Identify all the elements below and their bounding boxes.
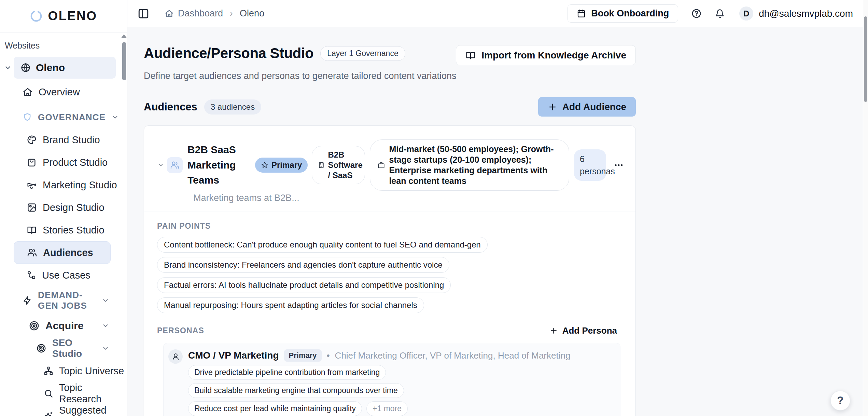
sidebar-item-seo-studio[interactable]: SEO Studio — [0, 337, 127, 360]
help-icon[interactable] — [691, 8, 702, 19]
main-area: Dashboard › Oleno Book Onboarding D dh@s… — [127, 0, 868, 416]
more-goals-chip[interactable]: +1 more — [366, 401, 408, 416]
sidebar-item-product-studio[interactable]: Product Studio — [0, 151, 127, 174]
breadcrumb-current[interactable]: Oleno — [240, 8, 264, 19]
sidebar-site-oleno[interactable]: Oleno — [14, 57, 116, 79]
sidebar-item-label: Stories Studio — [43, 225, 104, 236]
goal-chip: Build scalable marketing engine that com… — [188, 383, 404, 398]
persona-goals: Drive predictable pipeline contribution … — [188, 365, 489, 416]
sidebar-item-topic-universe[interactable]: Topic Universe — [0, 360, 127, 382]
sidebar-nav: Websites Oleno Overview — [0, 32, 127, 416]
governance-badge: Layer 1 Governance — [320, 46, 405, 61]
sidebar-tree: Overview GOVERNANCE Brand Studio — [0, 81, 127, 416]
sidebar: OLENO Websites Oleno — [0, 0, 127, 416]
pain-point-chip: Content bottleneck: Can't produce enough… — [157, 237, 488, 253]
pain-point-chip: Factual errors: AI tools hallucinate pro… — [157, 277, 451, 293]
sidebar-item-use-cases[interactable]: Use Cases — [0, 264, 127, 286]
book-open-icon — [465, 50, 476, 61]
persona-list: CMO / VP Marketing Primary • Chief Marke… — [163, 343, 620, 416]
topbar-divider — [157, 8, 157, 19]
sidebar-item-brand-studio[interactable]: Brand Studio — [0, 129, 127, 151]
bullet-separator: • — [327, 350, 330, 361]
breadcrumb-root[interactable]: Dashboard — [178, 8, 223, 19]
sidebar-item-suggested-posts[interactable]: Suggested Posts — [0, 405, 127, 416]
home-icon[interactable] — [165, 9, 174, 18]
zap-icon — [23, 296, 32, 305]
star-icon — [261, 161, 268, 169]
import-knowledge-archive-button[interactable]: Import from Knowledge Archive — [456, 45, 636, 65]
user-email[interactable]: dh@salesmvplab.com — [759, 8, 853, 19]
persona-primary-badge: Primary — [284, 349, 322, 362]
globe-icon — [20, 63, 31, 73]
primary-badge-label: Primary — [271, 160, 302, 170]
book-onboarding-label: Book Onboarding — [591, 8, 669, 19]
chevron-down-icon — [102, 297, 109, 304]
building-icon — [318, 162, 325, 169]
segment-label: Mid-market (50-500 employees); Growth-st… — [389, 144, 561, 186]
brand-ring-icon — [30, 10, 43, 23]
sidebar-section-label: GOVERNANCE — [38, 112, 106, 123]
audience-primary-badge: Primary — [255, 158, 308, 173]
page-scrollbar[interactable] — [863, 0, 868, 416]
page-scrollbar-thumb[interactable] — [864, 16, 867, 102]
industry-label: B2B Software / SaaS — [328, 150, 362, 180]
sidebar-item-label: Audiences — [43, 247, 93, 258]
page-subtitle: Define target audiences and personas to … — [144, 71, 636, 81]
sidebar-item-label: Topic Universe — [59, 365, 124, 377]
sidebar-item-acquire[interactable]: Acquire — [0, 314, 127, 337]
sidebar-item-audiences[interactable]: Audiences — [14, 241, 111, 264]
sidebar-item-label: Design Studio — [43, 202, 104, 213]
megaphone-icon — [27, 180, 37, 190]
calendar-icon — [577, 9, 586, 18]
chevron-down-icon[interactable] — [4, 64, 12, 71]
sidebar-item-label: Suggested Posts — [59, 405, 127, 416]
user-avatar[interactable]: D — [739, 6, 753, 21]
websites-label: Websites — [5, 41, 127, 51]
sidebar-item-marketing-studio[interactable]: Marketing Studio — [0, 174, 127, 196]
pain-points-list: Content bottleneck: Can't produce enough… — [157, 237, 622, 313]
audiences-heading: Audiences — [144, 101, 197, 113]
audience-segment-chip: Mid-market (50-500 employees); Growth-st… — [370, 139, 569, 191]
scrollbar-up-arrow[interactable] — [121, 34, 127, 38]
goal-chip: Reduce cost per lead while maintaining q… — [188, 401, 362, 416]
add-persona-button[interactable]: Add Persona — [549, 325, 617, 336]
help-fab-button[interactable]: ? — [830, 391, 850, 411]
sidebar-section-demand-gen-jobs[interactable]: DEMAND-GEN JOBS — [0, 289, 127, 312]
topbar: Dashboard › Oleno Book Onboarding D dh@s… — [127, 0, 868, 27]
sidebar-scrollbar[interactable] — [121, 34, 127, 416]
persona-row-cmo[interactable]: CMO / VP Marketing Primary • Chief Marke… — [163, 343, 620, 416]
more-options-icon[interactable] — [614, 160, 624, 170]
sidebar-section-governance[interactable]: GOVERNANCE — [0, 106, 127, 129]
chevron-down-icon — [111, 113, 119, 121]
shopping-bag-icon — [27, 157, 37, 167]
plus-icon — [548, 102, 557, 112]
chevron-right-icon: › — [230, 8, 233, 19]
sidebar-item-topic-research[interactable]: Topic Research — [0, 382, 127, 405]
bell-icon[interactable] — [715, 9, 725, 19]
personas-label: PERSONAS — [157, 326, 204, 335]
sidebar-toggle-icon[interactable] — [138, 8, 149, 19]
target-icon — [29, 320, 40, 331]
sidebar-item-overview[interactable]: Overview — [0, 81, 127, 103]
briefcase-icon — [378, 162, 385, 169]
personas-count-badge: 6 personas — [574, 149, 606, 181]
collapse-chevron-icon[interactable] — [158, 162, 164, 168]
chevron-down-icon — [102, 322, 109, 330]
sidebar-item-label: Use Cases — [42, 270, 90, 281]
pain-point-chip: Manual repurposing: Hours spent adapting… — [157, 297, 424, 313]
add-persona-label: Add Persona — [562, 325, 617, 336]
sidebar-item-stories-studio[interactable]: Stories Studio — [0, 219, 127, 241]
sidebar-item-label: Overview — [39, 86, 80, 98]
add-audience-button[interactable]: Add Audience — [538, 97, 636, 117]
workflow-icon — [27, 270, 36, 280]
sparkles-icon — [44, 411, 53, 416]
audience-name: B2B SaaS Marketing Teams — [187, 142, 250, 188]
person-icon — [168, 349, 183, 364]
site-label: Oleno — [36, 62, 65, 73]
sidebar-item-design-studio[interactable]: Design Studio — [0, 196, 127, 219]
book-onboarding-button[interactable]: Book Onboarding — [568, 4, 678, 23]
sitemap-icon — [44, 366, 53, 376]
persona-titles: Chief Marketing Officer, VP of Marketing… — [335, 350, 571, 361]
scrollbar-thumb[interactable] — [122, 42, 126, 80]
users-icon — [27, 247, 37, 258]
